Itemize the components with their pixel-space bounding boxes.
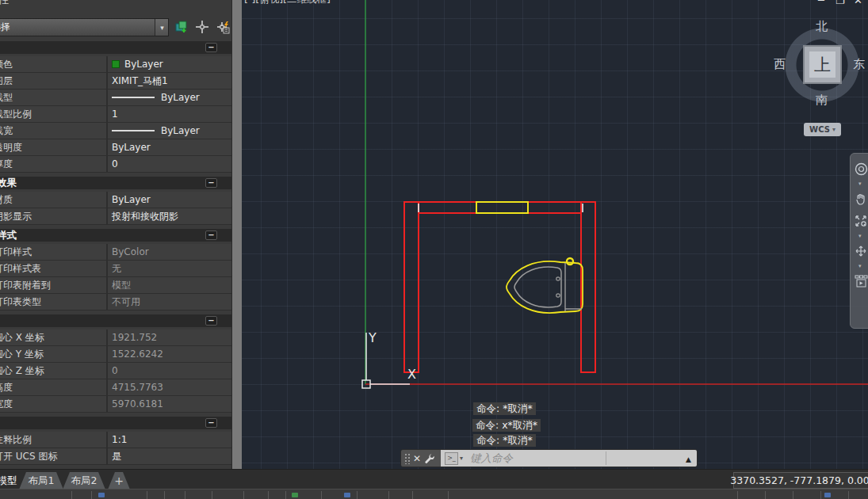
collapse-icon[interactable] (205, 230, 217, 240)
collapse-icon[interactable] (205, 316, 217, 326)
width-value: 5970.6181 (108, 398, 231, 409)
steering-wheel-icon[interactable] (854, 158, 868, 179)
close-icon[interactable]: ✕ (413, 453, 421, 464)
history-up-icon[interactable]: ▲ (686, 455, 691, 463)
chevron-down-icon[interactable]: ▾ (155, 19, 168, 36)
ucs-x-label: X (407, 367, 416, 382)
property-row: 圆心 X 坐标1921.752 (0, 329, 231, 346)
property-row: 线型ByLayer (0, 90, 231, 106)
section-header[interactable]: 常规 (0, 41, 231, 54)
viewcube-east[interactable]: 东 (853, 57, 865, 72)
chevron-down-icon[interactable]: ▾ (460, 455, 463, 462)
new-layout-button[interactable]: + (108, 472, 130, 489)
chevron-down-icon[interactable]: ▾ (854, 181, 862, 187)
command-echo: 命令: *取消* (473, 402, 536, 415)
height-value: 4715.7763 (108, 382, 231, 393)
coordinates-display[interactable]: 3370.3527, -777.1879, 0.000 (733, 472, 868, 489)
wcs-dropdown[interactable]: WCS (804, 123, 841, 136)
status-button-icon[interactable] (344, 493, 350, 497)
selection-value: 无选择 (0, 21, 155, 34)
chevron-down-icon[interactable]: ▾ (854, 233, 862, 239)
jamb-ticks (419, 204, 583, 212)
property-row: 打印表附着到模型 (0, 277, 231, 294)
command-line: ✕ >_ ▾ 键入命令 ▲ (400, 449, 698, 467)
tab-layout2[interactable]: 布局2 (63, 472, 105, 489)
plot-style-table-value: 无 (108, 262, 231, 276)
status-button-icon[interactable] (824, 493, 831, 497)
status-bar (0, 489, 868, 499)
property-row: 透明度ByLayer (0, 139, 231, 156)
drag-grip-icon[interactable] (404, 453, 410, 464)
collapse-icon[interactable] (205, 418, 217, 428)
section-misc: 其他 注释比例1:1 打开 UCS 图标是 (0, 417, 231, 465)
annotation-scale-value[interactable]: 1:1 (108, 434, 231, 445)
pan-hand-icon[interactable] (854, 189, 868, 209)
viewcube-south[interactable]: 南 (816, 93, 828, 108)
grip-marker (567, 258, 573, 265)
shadow-display-value[interactable]: 投射和接收阴影 (108, 210, 231, 223)
section-header[interactable]: 三维效果 (0, 177, 231, 189)
status-button-icon[interactable] (292, 493, 298, 497)
viewcube-north[interactable]: 北 (816, 19, 828, 34)
property-row: 厚度0 (0, 156, 231, 173)
linetype-line-icon (112, 97, 155, 98)
collapse-icon[interactable] (205, 43, 217, 52)
color-swatch-icon (112, 60, 120, 68)
command-echo: 命令: x*取消* (472, 419, 541, 432)
section-header[interactable]: 其他 (0, 417, 231, 429)
drawing-canvas[interactable]: [-][俯视][二维线框] ─ ❐ ✕ (242, 0, 868, 469)
linetype-scale-value[interactable]: 1 (108, 109, 231, 120)
linetype-value[interactable]: ByLayer (108, 92, 231, 103)
section-header[interactable]: 打印样式 (0, 229, 231, 242)
layer-value[interactable]: XIMIT_马桶1 (108, 74, 231, 88)
palette-scrollbar[interactable] (231, 0, 242, 469)
plot-table-type-value: 不可用 (108, 295, 231, 309)
property-row: 打印样式ByColor (0, 244, 231, 261)
status-button-icon[interactable] (98, 493, 105, 497)
select-objects-icon[interactable] (194, 18, 211, 35)
lineweight-line-icon (112, 130, 155, 131)
properties-palette: 特性 无选择 ▾ 常规 (0, 0, 231, 469)
chevron-down-icon[interactable]: ▾ (854, 263, 862, 269)
lineweight-value[interactable]: ByLayer (108, 125, 231, 136)
divider (606, 451, 606, 465)
property-row: 宽度5970.6181 (0, 396, 231, 413)
section-view: 视图 圆心 X 坐标1921.752 圆心 Y 坐标1522.6242 圆心 Z… (0, 314, 231, 413)
ucs-icon-on-value[interactable]: 是 (108, 450, 231, 463)
center-x-value: 1921.752 (108, 332, 231, 343)
property-row: 线型比例1 (0, 106, 231, 123)
ucs-y-label: Y (368, 330, 377, 345)
quick-select-icon[interactable] (173, 18, 189, 35)
property-row: 注释比例1:1 (0, 432, 231, 448)
command-input[interactable]: >_ ▾ 键入命令 ▲ (441, 450, 697, 467)
color-value[interactable]: ByLayer (108, 59, 231, 70)
section-header[interactable]: 视图 (0, 314, 231, 327)
property-row: 打印表类型不可用 (0, 294, 231, 310)
property-row: 材质ByLayer (0, 192, 231, 208)
orbit-icon[interactable] (854, 241, 868, 261)
command-line-grip[interactable]: ✕ (401, 450, 441, 467)
tab-layout1[interactable]: 布局1 (19, 472, 63, 489)
selection-dropdown[interactable]: 无选择 ▾ (0, 18, 169, 36)
center-y-value: 1522.6242 (108, 349, 231, 360)
zoom-extents-icon[interactable] (854, 211, 868, 231)
section-plot-style: 打印样式 打印样式ByColor 打印样式表无 打印表附着到模型 打印表类型不可… (0, 229, 231, 310)
plot-table-attached-value: 模型 (108, 279, 231, 292)
viewcube-west[interactable]: 西 (774, 57, 786, 72)
thickness-value[interactable]: 0 (108, 158, 231, 170)
material-value[interactable]: ByLayer (108, 194, 231, 205)
toilet-fixture (507, 258, 583, 313)
showmotion-icon[interactable] (854, 271, 868, 291)
viewcube-top-face[interactable]: 上 (803, 45, 842, 84)
property-row: 打开 UCS 图标是 (0, 448, 231, 465)
toggle-pickadd-icon[interactable] (215, 18, 231, 35)
layout-tab-bar: 模型 布局1 布局2 + 3370.3527, -777.1879, 0.000 (0, 469, 868, 489)
transparency-value[interactable]: ByLayer (108, 142, 231, 153)
wall-outline (404, 202, 595, 372)
customize-wrench-icon[interactable] (424, 453, 435, 464)
property-row: 线宽ByLayer (0, 123, 231, 139)
property-row: 圆心 Z 坐标0 (0, 363, 231, 379)
command-prompt-icon[interactable]: >_ (445, 452, 458, 465)
collapse-icon[interactable] (205, 178, 217, 188)
autocad-window: 特性 无选择 ▾ 常规 (0, 0, 868, 499)
